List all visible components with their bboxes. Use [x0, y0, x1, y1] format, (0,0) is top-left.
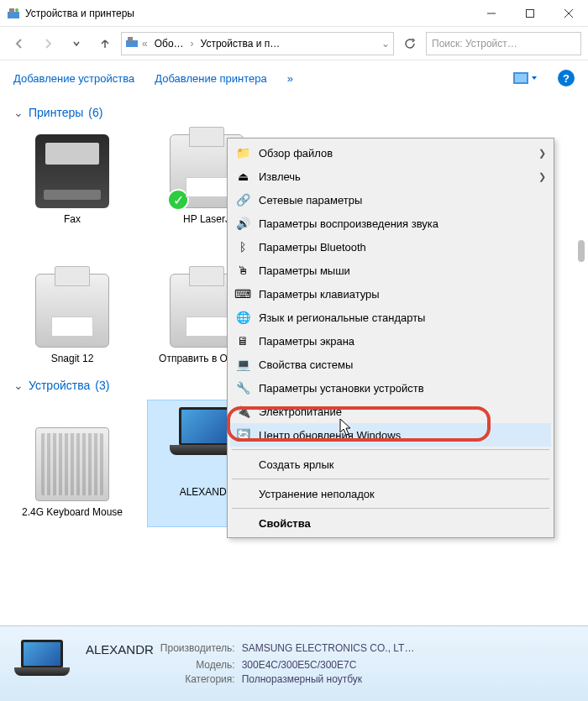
menu-item[interactable]: ⌨Параметры клавиатуры — [230, 282, 551, 306]
add-printer-link[interactable]: Добавление принтера — [155, 72, 266, 85]
sys-icon: 💻 — [235, 357, 250, 372]
menu-item[interactable]: Свойства — [230, 511, 551, 535]
menu-item[interactable]: 🔊Параметры воспроизведения звука — [230, 212, 551, 235]
help-button[interactable]: ? — [558, 70, 575, 86]
menu-item[interactable]: 🔌Электропитание — [230, 400, 551, 423]
status-cat-key: Категория: — [160, 673, 235, 685]
menu-item[interactable]: 🔄Центр обновления Windows — [230, 423, 551, 447]
menu-item-label: Параметры клавиатуры — [259, 288, 546, 301]
device-item-keyboard[interactable]: 2.4G Keyboard Mouse — [13, 400, 131, 526]
update-icon: 🔄 — [235, 427, 250, 442]
status-mfr-key: Производитель: — [160, 642, 235, 657]
addr-icon — [125, 35, 139, 51]
breadcrumb-1[interactable]: Обо… — [151, 36, 187, 51]
device-label: ALEXANDR — [180, 486, 234, 500]
laptop-icon — [13, 640, 71, 688]
titlebar: Устройства и принтеры — [0, 0, 588, 27]
up-button[interactable] — [92, 31, 118, 56]
status-model-key: Модель: — [160, 659, 235, 671]
keyboard-icon — [35, 427, 109, 501]
menu-item[interactable]: Создать ярлык — [230, 453, 551, 476]
menu-separator — [232, 508, 549, 509]
refresh-button[interactable] — [397, 31, 423, 56]
menu-item[interactable]: ᛒПараметры Bluetooth — [230, 235, 551, 259]
group-devices-count: (3) — [95, 379, 109, 392]
maximize-button[interactable] — [511, 0, 549, 27]
close-button[interactable] — [549, 0, 588, 27]
submenu-arrow-icon: ❯ — [538, 148, 546, 159]
device-label: 2.4G Keyboard Mouse — [22, 506, 123, 520]
device-item-fax[interactable]: Fax — [13, 128, 131, 233]
view-options-button[interactable] — [513, 72, 538, 84]
sound-icon: 🔊 — [235, 216, 250, 231]
device-item-snagit[interactable]: Snagit 12 — [13, 267, 131, 373]
menu-item-label: Параметры экрана — [259, 335, 546, 348]
search-input[interactable]: Поиск: Устройст… — [426, 32, 581, 55]
menu-item[interactable]: 🔧Параметры установки устройств — [230, 376, 551, 400]
menu-item-label: Извлечь — [259, 170, 530, 183]
menu-item-label: Параметры мыши — [259, 264, 546, 277]
menu-item[interactable]: Устранение неполадок — [230, 482, 551, 505]
net-icon: 🔗 — [235, 192, 250, 207]
bt-icon: ᛒ — [235, 239, 250, 254]
menu-item-label: Обзор файлов — [259, 147, 530, 160]
eject-icon: ⏏ — [235, 169, 250, 184]
svg-rect-1 — [9, 8, 14, 13]
add-device-link[interactable]: Добавление устройства — [13, 72, 134, 85]
default-badge-icon — [167, 189, 189, 211]
breadcrumb-2[interactable]: Устройства и п… — [197, 36, 284, 51]
folder-icon: 📁 — [235, 145, 250, 160]
menu-item-label: Параметры воспроизведения звука — [259, 217, 546, 230]
group-printers-header[interactable]: ⌄ Принтеры (6) — [13, 106, 575, 119]
menu-item-label: Язык и региональные стандарты — [259, 311, 546, 324]
recent-dropdown[interactable] — [64, 31, 89, 56]
menu-item[interactable]: 🖥Параметры экрана — [230, 329, 551, 353]
svg-point-2 — [15, 8, 18, 12]
svg-rect-7 — [126, 40, 138, 47]
address-bar[interactable]: « Обо… › Устройства и п… ⌄ — [121, 32, 394, 55]
menu-item-label: Свойства системы — [259, 358, 546, 371]
menu-item-label: Параметры Bluetooth — [259, 241, 546, 254]
menu-item-label: Электропитание — [259, 405, 546, 418]
search-placeholder: Поиск: Устройст… — [432, 38, 517, 50]
command-bar: Добавление устройства Добавление принтер… — [0, 60, 588, 96]
status-cat-val: Полноразмерный ноутбук — [242, 673, 415, 685]
device-label: Snagit 12 — [51, 353, 94, 366]
group-devices-label: Устройства — [29, 379, 90, 392]
forward-button[interactable] — [35, 31, 60, 56]
window-title: Устройства и принтеры — [25, 8, 472, 19]
submenu-arrow-icon: ❯ — [538, 171, 546, 182]
menu-item[interactable]: 🖱Параметры мыши — [230, 259, 551, 282]
svg-rect-10 — [515, 74, 527, 82]
menu-item[interactable]: 📁Обзор файлов❯ — [230, 141, 551, 165]
menu-separator — [232, 449, 549, 450]
back-button[interactable] — [7, 31, 32, 56]
minimize-button[interactable] — [472, 0, 511, 27]
status-device-name: ALEXANDR — [86, 642, 154, 657]
menu-item[interactable]: ⏏Извлечь❯ — [230, 165, 551, 188]
fax-icon — [35, 134, 109, 208]
kb-icon: ⌨ — [235, 286, 250, 301]
menu-item[interactable]: 🔗Сетевые параметры — [230, 188, 551, 212]
menu-item-label: Устранение неполадок — [259, 488, 546, 500]
svg-rect-4 — [527, 9, 534, 17]
printer-icon — [35, 274, 109, 348]
menu-item-label: Центр обновления Windows — [259, 429, 546, 442]
device-label: Fax — [64, 213, 81, 227]
install-icon: 🔧 — [235, 380, 250, 395]
addr-dropdown[interactable]: ⌄ — [381, 38, 390, 50]
toolbar-overflow[interactable]: » — [287, 72, 293, 85]
menu-item-label: Параметры установки устройств — [259, 382, 546, 395]
menu-item[interactable]: 🌐Язык и региональные стандарты — [230, 306, 551, 329]
group-printers-count: (6) — [88, 106, 102, 119]
navbar: « Обо… › Устройства и п… ⌄ Поиск: Устрой… — [0, 27, 588, 60]
scrollbar-thumb[interactable] — [578, 240, 585, 262]
status-model-val: 300E4C/300E5C/300E7C — [242, 659, 415, 671]
context-menu: 📁Обзор файлов❯⏏Извлечь❯🔗Сетевые параметр… — [227, 138, 554, 538]
power-icon: 🔌 — [235, 404, 250, 419]
group-printers-label: Принтеры — [29, 106, 83, 119]
svg-rect-8 — [128, 37, 133, 41]
menu-item[interactable]: 💻Свойства системы — [230, 353, 551, 376]
breadcrumb-sep: › — [191, 38, 194, 50]
menu-separator — [232, 479, 549, 479]
